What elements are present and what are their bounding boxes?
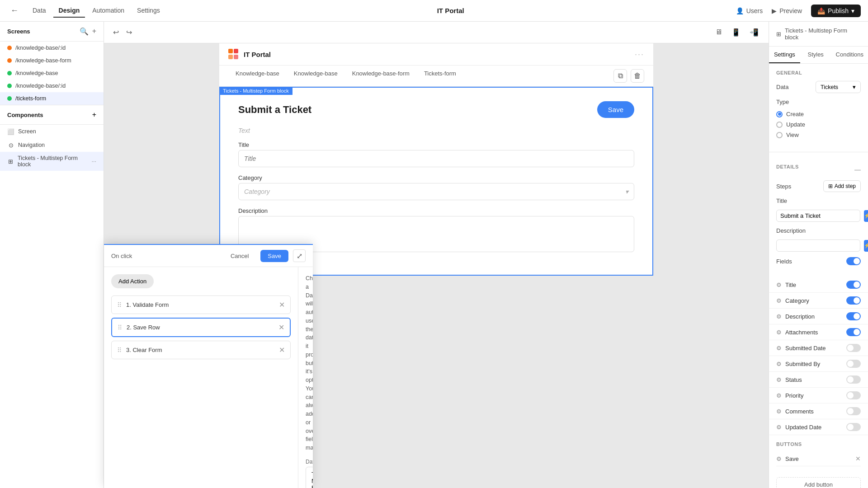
- delete-button[interactable]: 🗑: [631, 69, 644, 83]
- comp-item-navigation[interactable]: ⊙ Navigation: [0, 138, 104, 152]
- field-toggle-submitted-by[interactable]: [846, 360, 861, 368]
- preview-tab-kb2[interactable]: Knowledge-base: [287, 66, 345, 86]
- field-toggle-category[interactable]: [846, 296, 861, 305]
- bottom-save-button[interactable]: Save: [260, 250, 288, 262]
- add-button-button[interactable]: Add button: [776, 477, 861, 488]
- field-name-title: Title: [785, 282, 796, 288]
- action-delete-icon[interactable]: ✕: [279, 300, 285, 309]
- form-save-button[interactable]: Save: [597, 101, 634, 118]
- app-name-label: IT Portal: [244, 51, 271, 58]
- sidebar-item-knowledge-base-id[interactable]: /knowledge-base/:id: [0, 42, 104, 54]
- desktop-view-button[interactable]: 🖥: [712, 26, 725, 38]
- title-input[interactable]: [238, 150, 634, 167]
- field-gear-icon[interactable]: ⚙: [776, 313, 782, 320]
- field-gear-icon[interactable]: ⚙: [776, 282, 782, 288]
- button-gear-icon[interactable]: ⚙: [776, 455, 782, 462]
- form-title: Submit a Ticket: [238, 104, 311, 116]
- search-icon[interactable]: 🔍: [80, 27, 89, 36]
- nav-tab-automation[interactable]: Automation: [87, 4, 130, 18]
- radio-update[interactable]: Update: [776, 121, 861, 128]
- title-field-input[interactable]: [776, 210, 860, 222]
- field-name-updated-date: Updated Date: [785, 424, 821, 431]
- action-delete-icon[interactable]: ✕: [278, 323, 284, 332]
- preview-button[interactable]: ▶ Preview: [772, 7, 802, 14]
- field-toggle-updated-date[interactable]: [846, 423, 861, 431]
- preview-tab-kb-form[interactable]: Knowledge-base-form: [345, 66, 417, 86]
- settings-tab-styles[interactable]: Styles: [800, 47, 831, 63]
- more-menu-icon[interactable]: ···: [92, 158, 96, 164]
- undo-redo-group: ↩ ↪: [111, 26, 134, 38]
- field-gear-icon[interactable]: ⚙: [776, 424, 782, 431]
- users-button[interactable]: 👤 Users: [736, 7, 763, 14]
- datasource-select[interactable]: Tickets - Multistep Form block ▾: [306, 467, 313, 488]
- comp-item-screen[interactable]: ⬜ Screen: [0, 125, 104, 138]
- preview-tab-kb1[interactable]: Knowledge-base: [228, 66, 287, 86]
- description-fx-button[interactable]: ⚡: [864, 240, 868, 252]
- collapse-icon[interactable]: —: [854, 166, 861, 173]
- sidebar-item-knowledge-base-form[interactable]: /knowledge-base-form: [0, 54, 104, 67]
- field-toggle-description[interactable]: [846, 312, 861, 320]
- copy-button[interactable]: ⧉: [613, 69, 627, 83]
- sidebar-item-knowledge-base[interactable]: /knowledge-base: [0, 67, 104, 80]
- field-toggle-title[interactable]: [846, 281, 861, 289]
- field-gear-icon[interactable]: ⚙: [776, 376, 782, 383]
- canvas-toolbar: ↩ ↪ 🖥 📱 📲: [104, 22, 769, 43]
- tablet-view-button[interactable]: 📱: [729, 26, 743, 38]
- add-component-button[interactable]: +: [92, 111, 96, 119]
- add-action-button[interactable]: Add Action: [111, 274, 154, 288]
- field-gear-icon[interactable]: ⚙: [776, 297, 782, 304]
- add-step-button[interactable]: ⊞ Add step: [823, 180, 861, 192]
- data-label: Data: [776, 84, 788, 90]
- add-button-row: Add button: [769, 473, 868, 488]
- action-delete-icon[interactable]: ✕: [279, 346, 285, 354]
- description-field-input[interactable]: [776, 239, 860, 252]
- field-gear-icon[interactable]: ⚙: [776, 329, 782, 336]
- category-select[interactable]: Category ▾: [238, 183, 634, 200]
- radio-view[interactable]: View: [776, 131, 861, 138]
- button-item-save: ⚙ Save ✕: [776, 451, 861, 466]
- drag-icon: ⠿: [117, 301, 122, 309]
- field-toggle-attachments[interactable]: [846, 328, 861, 336]
- action-item-clear-form[interactable]: ⠿ 3. Clear Form ✕: [111, 341, 291, 359]
- field-toggle-priority[interactable]: [846, 391, 861, 399]
- type-radio-group: Create Update View: [776, 111, 861, 138]
- expand-button[interactable]: ⤢: [293, 249, 306, 262]
- title-fx-button[interactable]: ⚡: [864, 210, 868, 222]
- preview-tab-tickets-form[interactable]: Tickets-form: [417, 66, 463, 86]
- nav-tab-settings[interactable]: Settings: [132, 4, 165, 18]
- back-button[interactable]: ←: [7, 4, 22, 18]
- mobile-view-button[interactable]: 📲: [747, 26, 761, 38]
- field-gear-icon[interactable]: ⚙: [776, 345, 782, 352]
- redo-button[interactable]: ↪: [124, 26, 134, 38]
- sidebar-icons: 🔍 +: [80, 27, 96, 36]
- field-gear-icon[interactable]: ⚙: [776, 361, 782, 367]
- field-toggle-status[interactable]: [846, 375, 861, 384]
- fields-toggle[interactable]: [846, 257, 861, 265]
- field-gear-icon[interactable]: ⚙: [776, 408, 782, 415]
- nav-tab-data[interactable]: Data: [27, 4, 52, 18]
- action-item-validate[interactable]: ⠿ 1. Validate Form ✕: [111, 296, 291, 314]
- preview-frame: IT Portal ··· Knowledge-base Knowledge-b…: [219, 43, 653, 276]
- field-row-left: ⚙ Description: [776, 313, 815, 320]
- field-toggle-comments[interactable]: [846, 407, 861, 415]
- comp-item-form-block[interactable]: ⊞ Tickets - Multistep Form block ···: [0, 152, 104, 171]
- data-dropdown[interactable]: Tickets ▾: [816, 81, 861, 93]
- add-screen-button[interactable]: +: [92, 27, 96, 36]
- settings-tab-conditions[interactable]: Conditions: [831, 47, 868, 63]
- field-toggle-submitted-date[interactable]: [846, 344, 861, 352]
- radio-create[interactable]: Create: [776, 111, 861, 117]
- field-row-submitted-by: ⚙ Submitted By: [769, 356, 868, 372]
- bottom-cancel-button[interactable]: Cancel: [223, 250, 256, 262]
- undo-button[interactable]: ↩: [111, 26, 121, 38]
- components-header: Components +: [0, 105, 104, 125]
- sidebar-item-knowledge-base-id2[interactable]: /knowledge-base/:id: [0, 80, 104, 92]
- button-delete-icon[interactable]: ✕: [855, 455, 861, 462]
- sidebar-item-tickets-form[interactable]: /tickets-form: [0, 92, 104, 105]
- field-gear-icon[interactable]: ⚙: [776, 392, 782, 399]
- nav-tab-design[interactable]: Design: [53, 4, 85, 18]
- publish-button[interactable]: 📤 Publish ▾: [811, 5, 861, 17]
- action-item-save-row[interactable]: ⠿ 2. Save Row ✕: [111, 318, 291, 337]
- field-row-left: ⚙ Title: [776, 282, 796, 288]
- settings-tab-settings[interactable]: Settings: [769, 47, 800, 63]
- drag-icon: ⠿: [118, 324, 122, 331]
